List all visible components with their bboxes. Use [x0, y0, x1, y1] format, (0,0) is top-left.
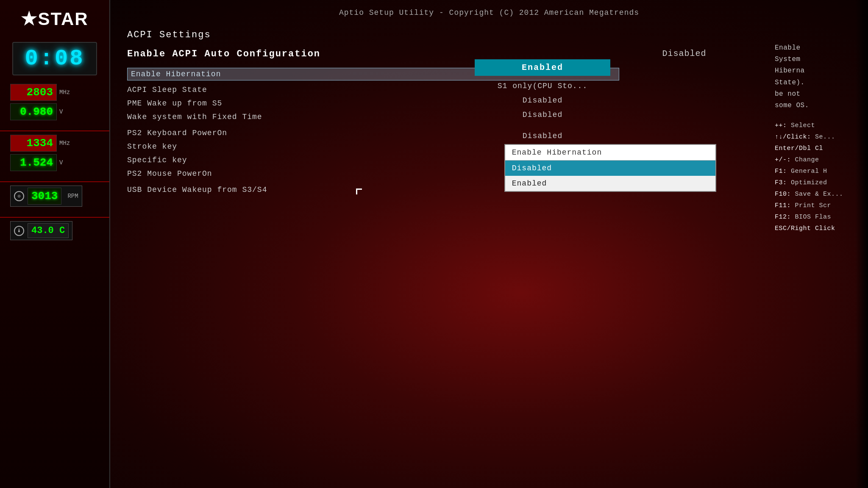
- temp-value: 43.0 C: [28, 223, 69, 238]
- acpi-auto-config-value: Disabled: [662, 49, 706, 59]
- value-disabled-ps2: Disabled: [475, 132, 610, 140]
- sidebar: ★STAR 0:08 2803 MHz 0.980 V 1334 MHz 1.5…: [0, 0, 110, 488]
- stat-separator-1: [0, 130, 109, 131]
- cpu-freq-unit: MHz: [59, 89, 70, 96]
- bios-header: Aptio Setup Utility - Copyright (C) 2012…: [127, 8, 851, 17]
- shortcut-f3: F3: Optimized: [775, 177, 868, 189]
- mem-freq-row: 1334 MHz: [10, 135, 99, 152]
- help-text: EnableSystemHibernaState).be notsome OS.: [775, 44, 809, 109]
- mem-volt-unit: V: [59, 159, 63, 166]
- stat-separator-3: [0, 217, 109, 218]
- clock-display: 0:08: [12, 42, 97, 75]
- ps2-keyboard-label: PS2 Keyboard PowerOn: [127, 129, 227, 137]
- mem-stats-group: 1334 MHz 1.524 V: [10, 135, 99, 174]
- stat-separator-2: [0, 181, 109, 182]
- shortcut-select-screen: ++: Select: [775, 120, 868, 131]
- cpu-volt-row: 0.980 V: [10, 103, 99, 120]
- shortcut-plusminus: +/-: Change: [775, 154, 868, 166]
- temp-stats-group: 🌡 43.0 C: [10, 221, 99, 243]
- shortcuts-list: ++: Select ↑↓/Click: Se... Enter/Dbl Cl …: [775, 120, 868, 234]
- shortcut-f1: F1: General H: [775, 166, 868, 177]
- acpi-sleep-state-label: ACPI Sleep State: [127, 86, 207, 94]
- mouse-cursor: [356, 189, 362, 194]
- value-disabled-1: Disabled: [475, 96, 610, 105]
- dropdown-option-enabled[interactable]: Enabled: [505, 176, 715, 191]
- cpu-volt-value: 0.980: [10, 103, 57, 120]
- cpu-stats-group: 2803 MHz 0.980 V: [10, 84, 99, 123]
- brand-logo: ★STAR: [21, 8, 88, 29]
- dropdown-option-disabled[interactable]: Disabled: [505, 161, 715, 176]
- fan-stats-group: ⊙ 3013 RPM: [10, 186, 99, 209]
- bios-main: Aptio Setup Utility - Copyright (C) 2012…: [110, 0, 868, 488]
- mem-freq-value: 1334: [10, 135, 57, 152]
- help-panel: EnableSystemHibernaState).be notsome OS.…: [775, 42, 868, 234]
- enable-hibernation-label: Enable Hibernation: [131, 70, 221, 78]
- wake-fixed-time-label: Wake system with Fixed Time: [127, 113, 262, 121]
- shortcut-esc: ESC/Right Click: [775, 223, 868, 234]
- temp-box-wrapper: 🌡 43.0 C: [10, 221, 72, 240]
- fan-icon: ⊙: [14, 191, 24, 201]
- cpu-volt-unit: V: [59, 108, 63, 115]
- right-fade: [855, 0, 868, 488]
- acpi-auto-config-label: Enable ACPI Auto Configuration: [127, 49, 320, 59]
- help-description: EnableSystemHibernaState).be notsome OS.: [775, 42, 868, 111]
- acpi-auto-config-row[interactable]: Enable ACPI Auto Configuration Disabled: [127, 49, 706, 59]
- shortcut-f12: F12: BIOS Flas: [775, 211, 868, 223]
- shortcut-updown: ↑↓/Click: Se...: [775, 131, 868, 143]
- mem-volt-value: 1.524: [10, 154, 57, 171]
- temp-row: 🌡 43.0 C: [10, 221, 99, 240]
- stroke-key-label: Stroke key: [127, 142, 177, 151]
- clock-digits: 0:08: [20, 46, 89, 71]
- shortcut-f11: F11: Print Scr: [775, 200, 868, 211]
- shortcut-enter: Enter/Dbl Cl: [775, 143, 868, 154]
- fan-rpm-value: 3013: [28, 188, 61, 205]
- fan-rpm-row: ⊙ 3013 RPM: [10, 186, 99, 207]
- cpu-freq-row: 2803 MHz: [10, 84, 99, 101]
- ps2-mouse-label: PS2 Mouse PowerOn: [127, 169, 212, 178]
- section-title: ACPI Settings: [127, 30, 851, 40]
- mem-freq-unit: MHz: [59, 140, 70, 147]
- mem-volt-row: 1.524 V: [10, 154, 99, 171]
- dropdown-popup[interactable]: Enable Hibernation Disabled Enabled: [504, 144, 716, 192]
- value-enabled-highlight[interactable]: Enabled: [475, 59, 610, 76]
- pme-wakeup-label: PME Wake up from S5: [127, 99, 222, 108]
- shortcut-f10: F10: Save & Ex...: [775, 189, 868, 200]
- cpu-freq-value: 2803: [10, 84, 57, 101]
- temp-icon: 🌡: [14, 226, 24, 236]
- fan-rpm-unit: RPM: [67, 193, 78, 200]
- specific-key-label: Specific key: [127, 156, 187, 164]
- value-s1-only: S1 only(CPU Sto...: [475, 82, 610, 90]
- rpm-box: ⊙ 3013 RPM: [10, 186, 82, 207]
- value-disabled-2: Disabled: [475, 111, 610, 119]
- usb-wakeup-label: USB Device Wakeup from S3/S4: [127, 186, 267, 194]
- dropdown-title: Enable Hibernation: [505, 145, 715, 161]
